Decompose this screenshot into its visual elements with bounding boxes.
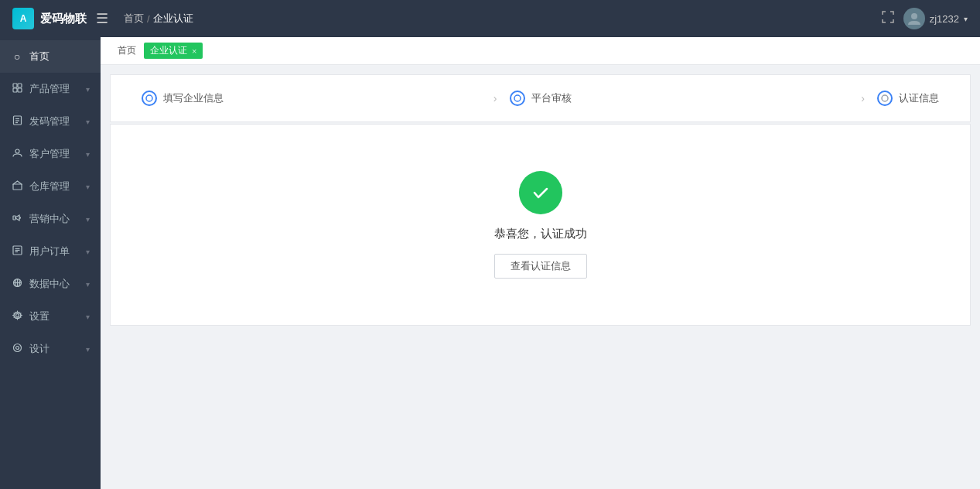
fullscreen-button[interactable] xyxy=(882,11,894,26)
svg-point-23 xyxy=(146,95,152,101)
breadcrumb-home[interactable]: 首页 xyxy=(124,12,144,26)
svg-rect-4 xyxy=(18,88,22,92)
page-area: 填写企业信息 › 平台审核 › xyxy=(101,65,980,489)
chevron-invoice: ▾ xyxy=(86,118,90,126)
sidebar-label-settings: 设置 xyxy=(29,309,80,323)
svg-point-22 xyxy=(15,347,19,350)
chevron-orders: ▾ xyxy=(86,248,90,256)
step-arrow-2: › xyxy=(861,92,865,104)
step-2-circle xyxy=(510,91,525,106)
tab-close-icon[interactable]: × xyxy=(192,46,196,56)
sidebar: ○ 首页 产品管理 ▾ xyxy=(0,37,101,489)
warehouse-icon xyxy=(11,180,23,193)
settings-icon xyxy=(11,310,23,323)
tab-cert-label: 企业认证 xyxy=(150,44,187,57)
sidebar-item-product[interactable]: 产品管理 ▾ xyxy=(0,73,101,105)
sidebar-label-data: 数据中心 xyxy=(29,277,80,291)
steps-container: 填写企业信息 › 平台审核 › xyxy=(110,74,971,122)
chevron-design: ▾ xyxy=(86,345,90,354)
step-3: 认证信息 xyxy=(877,91,939,106)
chevron-marketing: ▾ xyxy=(86,215,90,224)
user-info[interactable]: zj1232 ▾ xyxy=(903,8,968,29)
sidebar-item-marketing[interactable]: 营销中心 ▾ xyxy=(0,203,101,235)
sidebar-item-settings[interactable]: 设置 ▾ xyxy=(0,300,101,333)
logo-text: 爱码物联 xyxy=(40,12,87,26)
step-1: 填写企业信息 xyxy=(142,91,481,106)
step-arrow-1: › xyxy=(493,92,497,104)
step-1-label: 填写企业信息 xyxy=(163,91,224,105)
sidebar-item-orders[interactable]: 用户订单 ▾ xyxy=(0,235,101,268)
sidebar-label-design: 设计 xyxy=(29,342,80,356)
step-2-label: 平台审核 xyxy=(531,91,572,105)
header-left: A 爱码物联 ☰ 首页 / 企业认证 xyxy=(12,8,193,29)
step-2: 平台审核 xyxy=(510,91,849,106)
logo-area: A 爱码物联 xyxy=(12,8,87,29)
sidebar-label-customer: 客户管理 xyxy=(29,147,80,161)
avatar xyxy=(903,8,925,29)
svg-point-0 xyxy=(911,13,917,19)
svg-rect-10 xyxy=(13,184,22,190)
svg-point-24 xyxy=(514,95,521,101)
svg-point-21 xyxy=(13,344,21,352)
breadcrumb: 首页 / 企业认证 xyxy=(124,12,193,26)
sidebar-item-design[interactable]: 设计 ▾ xyxy=(0,333,101,365)
logo-icon: A xyxy=(12,8,34,29)
design-icon xyxy=(11,343,23,355)
svg-rect-1 xyxy=(13,84,17,87)
sidebar-item-home[interactable]: ○ 首页 xyxy=(0,40,101,73)
top-header: A 爱码物联 ☰ 首页 / 企业认证 zj1232 xyxy=(0,0,980,37)
success-message: 恭喜您，认证成功 xyxy=(494,227,587,241)
tab-enterprise-cert[interactable]: 企业认证 × xyxy=(144,43,203,59)
sidebar-item-customer[interactable]: 客户管理 ▾ xyxy=(0,138,101,170)
sidebar-item-warehouse[interactable]: 仓库管理 ▾ xyxy=(0,170,101,203)
sidebar-label-marketing: 营销中心 xyxy=(29,212,80,226)
chevron-product: ▾ xyxy=(86,85,90,94)
header-right: zj1232 ▾ xyxy=(882,8,968,29)
success-area: 恭喜您，认证成功 查看认证信息 xyxy=(110,124,971,326)
sidebar-label-invoice: 发码管理 xyxy=(29,115,80,128)
chevron-down-icon: ▾ xyxy=(964,15,968,23)
sidebar-label-orders: 用户订单 xyxy=(29,244,80,258)
breadcrumb-current: 企业认证 xyxy=(153,12,193,26)
sidebar-item-data[interactable]: 数据中心 ▾ xyxy=(0,268,101,300)
menu-toggle-icon[interactable]: ☰ xyxy=(96,12,108,26)
svg-point-9 xyxy=(15,149,19,153)
svg-point-25 xyxy=(882,95,888,101)
chevron-warehouse: ▾ xyxy=(86,183,90,191)
svg-point-20 xyxy=(15,314,19,317)
tab-home[interactable]: 首页 xyxy=(110,37,144,64)
username-label: zj1232 xyxy=(930,13,959,25)
breadcrumb-separator: / xyxy=(147,13,150,25)
svg-rect-2 xyxy=(18,84,22,87)
view-cert-button[interactable]: 查看认证信息 xyxy=(494,254,587,279)
layout: ○ 首页 产品管理 ▾ xyxy=(0,37,980,489)
data-icon xyxy=(11,278,23,290)
success-icon xyxy=(519,171,562,214)
main-content: 首页 企业认证 × 填写企业信息 › xyxy=(101,37,980,489)
chevron-settings: ▾ xyxy=(86,313,90,321)
step-3-circle xyxy=(877,91,893,106)
home-icon: ○ xyxy=(11,50,23,63)
step-3-label: 认证信息 xyxy=(899,91,939,105)
customer-icon xyxy=(11,148,23,160)
sidebar-label-product: 产品管理 xyxy=(29,82,80,96)
svg-rect-3 xyxy=(13,88,17,92)
tab-bar: 首页 企业认证 × xyxy=(101,37,980,65)
chevron-customer: ▾ xyxy=(86,150,90,159)
sidebar-label-warehouse: 仓库管理 xyxy=(29,180,80,193)
chevron-data: ▾ xyxy=(86,280,90,289)
tab-home-label: 首页 xyxy=(118,44,136,57)
sidebar-item-invoice[interactable]: 发码管理 ▾ xyxy=(0,105,101,138)
orders-icon xyxy=(11,245,23,258)
marketing-icon xyxy=(11,213,23,225)
invoice-icon xyxy=(11,115,23,128)
product-icon xyxy=(11,83,23,95)
sidebar-label-home: 首页 xyxy=(29,50,90,63)
step-1-circle xyxy=(142,91,157,106)
